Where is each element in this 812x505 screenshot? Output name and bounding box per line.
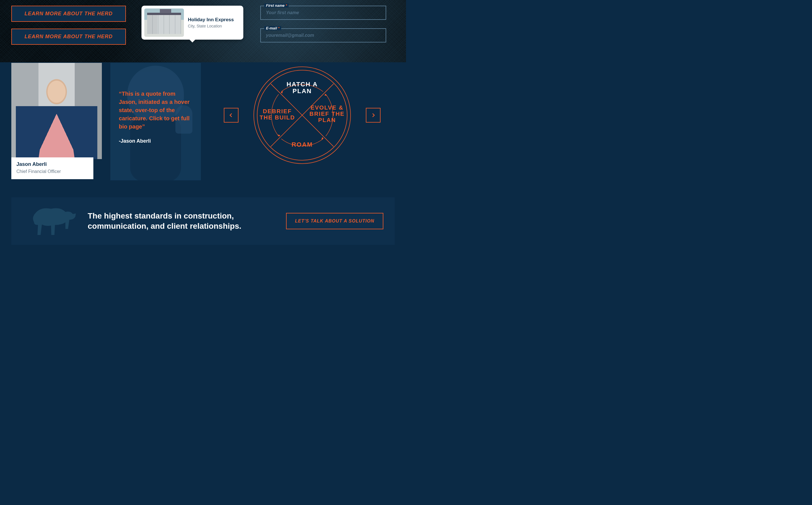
first-name-group: First name *: [260, 6, 386, 20]
compass-section: HATCH A PLAN EVOLVE & BRIEF THE PLAN ROA…: [209, 63, 395, 168]
email-input[interactable]: [260, 28, 386, 42]
person-name: Jason Aberli: [16, 161, 88, 167]
process-compass-diagram: HATCH A PLAN EVOLVE & BRIEF THE PLAN ROA…: [250, 63, 354, 168]
compass-left-1: DEBRIEF: [263, 108, 292, 114]
first-name-label: First name *: [264, 3, 289, 8]
person-card[interactable]: Jason Aberli Chief Financial Officer: [11, 63, 102, 179]
person-label-box: Jason Aberli Chief Financial Officer: [11, 157, 93, 179]
quote-attribution: -Jason Aberli: [119, 138, 192, 144]
compass-top-2: PLAN: [293, 88, 312, 95]
compass-right-2: BRIEF THE: [309, 111, 344, 117]
learn-more-button-2[interactable]: LEARN MORE ABOUT THE HERD: [11, 29, 126, 45]
chevron-left-icon: [229, 113, 233, 118]
bison-icon: [25, 204, 79, 238]
quote-text: “This is a quote from Jason, initiated a…: [119, 90, 192, 131]
top-buttons-group: LEARN MORE ABOUT THE HERD LEARN MORE ABO…: [11, 6, 130, 51]
compass-top-1: HATCH A: [286, 81, 317, 88]
location-thumbnail: [144, 8, 184, 37]
location-title: Holiday Inn Express: [188, 17, 234, 23]
footer-cta-band: The highest standards in construction, c…: [11, 197, 395, 245]
email-label: E-mail *: [264, 26, 281, 30]
email-group: E-mail *: [260, 28, 386, 42]
next-arrow-button[interactable]: [366, 108, 380, 123]
contact-form: First name * E-mail *: [260, 6, 395, 51]
first-name-input[interactable]: [260, 6, 386, 20]
compass-left-2: THE BUILD: [259, 114, 295, 121]
location-popup-card[interactable]: Holiday Inn Express City, State Location: [142, 6, 243, 40]
compass-right-1: EVOLVE &: [310, 105, 343, 111]
person-photo: [11, 63, 102, 159]
footer-headline: The highest standards in construction, c…: [88, 211, 278, 231]
quote-card[interactable]: “This is a quote from Jason, initiated a…: [110, 63, 201, 180]
learn-more-button-1[interactable]: LEARN MORE ABOUT THE HERD: [11, 6, 126, 22]
location-popup-text: Holiday Inn Express City, State Location: [188, 17, 234, 28]
compass-right-3: PLAN: [318, 117, 336, 123]
person-role: Chief Financial Officer: [16, 169, 88, 174]
location-subtitle: City, State Location: [188, 24, 234, 28]
footer-cta-button[interactable]: LET'S TALK ABOUT A SOLUTION: [286, 213, 383, 229]
prev-arrow-button[interactable]: [224, 108, 239, 123]
compass-bottom: ROAM: [291, 141, 313, 148]
chevron-right-icon: [371, 113, 375, 118]
